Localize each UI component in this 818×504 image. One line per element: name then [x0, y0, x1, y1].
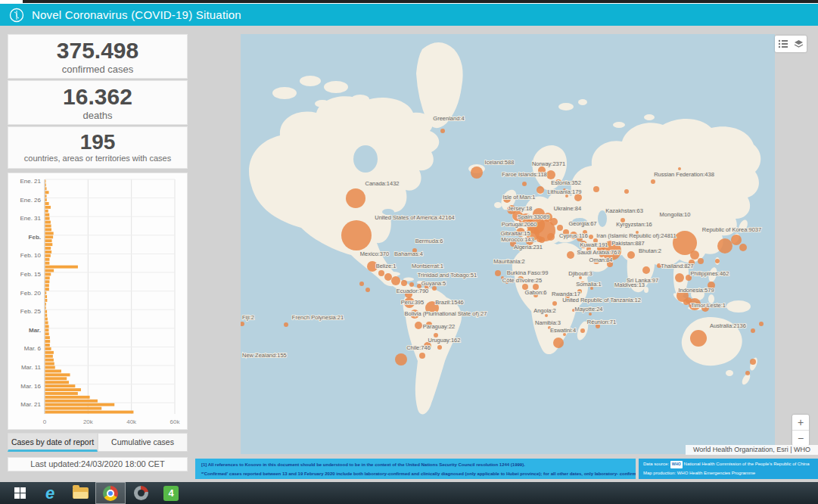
case-bubble[interactable]: [580, 328, 585, 333]
tab-cumulative-cases[interactable]: Cumulative cases: [98, 433, 188, 452]
chart-bar[interactable]: [45, 258, 50, 261]
chart-bar[interactable]: [45, 366, 55, 369]
chart-bar[interactable]: [45, 221, 51, 224]
chart-bar[interactable]: [45, 336, 50, 339]
chart-bar[interactable]: [45, 280, 50, 283]
chart-bar[interactable]: [45, 328, 49, 331]
chart-bar[interactable]: [45, 325, 49, 328]
chart-bar[interactable]: [45, 310, 48, 313]
chart-bar[interactable]: [45, 351, 54, 354]
case-bubble[interactable]: [739, 244, 747, 251]
chart-bar[interactable]: [45, 340, 51, 343]
chart-bar[interactable]: [45, 377, 67, 380]
chart-bar[interactable]: [45, 266, 78, 269]
chart-bar[interactable]: [45, 191, 49, 194]
case-bubble[interactable]: [651, 179, 655, 184]
case-bubble[interactable]: [678, 167, 681, 170]
case-bubble[interactable]: [415, 322, 422, 329]
case-bubble[interactable]: [365, 288, 370, 292]
chart-bar[interactable]: [45, 187, 47, 190]
chart-bar[interactable]: [45, 254, 51, 257]
chart-bar[interactable]: [45, 347, 51, 350]
chart-bar[interactable]: [45, 411, 134, 414]
case-bubble[interactable]: [547, 233, 555, 241]
legend-button[interactable]: [775, 36, 791, 52]
case-bubble[interactable]: [471, 166, 483, 179]
case-bubble[interactable]: [546, 170, 555, 179]
case-bubble[interactable]: [395, 353, 407, 366]
chart-bar[interactable]: [45, 276, 50, 279]
chart-bar[interactable]: [45, 284, 49, 287]
case-bubble[interactable]: [495, 270, 501, 276]
chart-bar[interactable]: [45, 318, 48, 321]
case-bubble[interactable]: [553, 338, 564, 348]
chart-bar[interactable]: [45, 355, 53, 358]
case-bubble[interactable]: [759, 322, 764, 326]
chart-bar[interactable]: [45, 243, 53, 246]
chart-bar[interactable]: [45, 369, 61, 372]
case-bubble[interactable]: [537, 186, 544, 194]
internet-explorer-button[interactable]: e: [35, 482, 65, 504]
case-bubble[interactable]: [627, 251, 635, 259]
cases-by-date-chart[interactable]: 020k40k60kEne. 21Ene. 26Ene. 31Feb.Feb. …: [8, 173, 188, 430]
case-bubble[interactable]: [715, 259, 720, 263]
chart-bar[interactable]: [45, 206, 51, 209]
case-bubble[interactable]: [401, 280, 407, 286]
chart-bar[interactable]: [45, 239, 52, 242]
world-map[interactable]: Greenland:4Iceland:588Norway:2371Faroe I…: [241, 34, 775, 454]
case-bubble[interactable]: [409, 282, 414, 287]
case-bubble[interactable]: [750, 359, 756, 365]
case-bubble[interactable]: [745, 371, 750, 375]
chart-bar[interactable]: [45, 198, 47, 201]
case-bubble[interactable]: [557, 225, 563, 231]
chrome-button[interactable]: [95, 482, 126, 504]
case-bubble[interactable]: [552, 301, 557, 306]
chart-bar[interactable]: [45, 392, 78, 395]
chart-bar[interactable]: [45, 235, 54, 238]
case-bubble[interactable]: [593, 186, 599, 192]
case-bubble[interactable]: [440, 129, 445, 133]
chart-bar[interactable]: [45, 262, 50, 265]
chart-bar[interactable]: [45, 183, 46, 186]
app-4-button[interactable]: 4: [156, 482, 186, 504]
chart-bar[interactable]: [45, 303, 46, 306]
case-bubble[interactable]: [437, 345, 442, 350]
zoom-out-button[interactable]: −: [792, 431, 809, 446]
case-bubble[interactable]: [284, 322, 288, 327]
chart-bar[interactable]: [45, 202, 49, 205]
chart-bar[interactable]: [45, 247, 51, 250]
chart-bar[interactable]: [45, 306, 46, 310]
chart-bar[interactable]: [45, 213, 50, 216]
case-bubble[interactable]: [522, 182, 527, 186]
case-bubble[interactable]: [537, 236, 543, 242]
case-bubble[interactable]: [717, 238, 732, 254]
chart-bar[interactable]: [45, 396, 90, 399]
case-bubble[interactable]: [731, 235, 742, 245]
chart-bar[interactable]: [45, 250, 52, 254]
chart-bar[interactable]: [45, 332, 49, 335]
chart-bar[interactable]: [45, 407, 102, 410]
chart-bar[interactable]: [45, 180, 46, 183]
case-bubble[interactable]: [642, 266, 650, 274]
case-bubble[interactable]: [391, 276, 400, 285]
chart-bar[interactable]: [45, 344, 50, 347]
chart-bar[interactable]: [45, 288, 49, 291]
case-bubble[interactable]: [589, 235, 593, 239]
chart-bar[interactable]: [45, 269, 54, 272]
zoom-in-button[interactable]: +: [792, 415, 809, 430]
chart-bar[interactable]: [45, 225, 51, 228]
chart-bar[interactable]: [45, 228, 52, 231]
chart-bar[interactable]: [45, 321, 48, 324]
chart-bar[interactable]: [45, 314, 48, 317]
chart-bar[interactable]: [45, 381, 69, 384]
chart-bar[interactable]: [45, 232, 54, 235]
case-bubble[interactable]: [698, 258, 704, 264]
chart-bar[interactable]: [45, 295, 48, 298]
case-bubble[interactable]: [378, 270, 384, 276]
chart-bar[interactable]: [45, 373, 70, 376]
chart-bar[interactable]: [45, 299, 48, 302]
case-bubble[interactable]: [550, 218, 558, 226]
case-bubble[interactable]: [675, 273, 684, 282]
chart-canvas[interactable]: 020k40k60kEne. 21Ene. 26Ene. 31Feb.Feb. …: [8, 173, 187, 429]
case-bubble[interactable]: [567, 251, 574, 259]
